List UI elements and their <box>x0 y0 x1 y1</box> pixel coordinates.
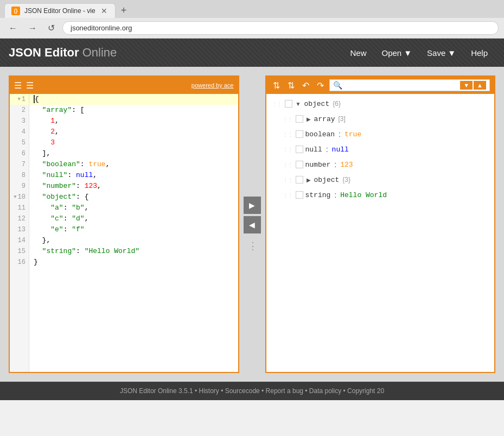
tree-key: null <box>305 146 322 154</box>
tree-checkbox[interactable] <box>296 130 303 138</box>
tree-value: true <box>344 130 361 138</box>
app-title: JSON Editor Online <box>9 46 343 60</box>
line-num-7: 7 <box>10 159 29 170</box>
tree-row-null[interactable]: ⋮⋮ null : null <box>277 142 495 157</box>
tree-row-object[interactable]: ⋮⋮ ▼ object {6} <box>266 96 495 111</box>
tree-toolbar: ⇅ ⇅ ↶ ↷ 🔍 ▼ ▲ <box>266 77 495 94</box>
search-box: 🔍 ▼ ▲ <box>329 79 490 91</box>
help-button[interactable]: Help <box>463 45 495 61</box>
tree-key: array <box>314 115 335 123</box>
code-line-7: "boolean": true, <box>29 159 238 170</box>
tree-colon: : <box>334 191 336 199</box>
drag-handle[interactable]: ⋮⋮ <box>282 147 294 153</box>
divider-dots: ⋮ <box>248 240 257 252</box>
tree-checkbox[interactable] <box>296 115 303 123</box>
center-divider: ▶ ◀ ⋮ <box>241 75 263 373</box>
code-line-14: }, <box>29 235 238 246</box>
line-num-11: 11 <box>10 203 29 213</box>
undo-button[interactable]: ↶ <box>300 79 311 92</box>
tree-value: Hello World <box>340 191 387 199</box>
sort-desc-button[interactable]: ⇅ <box>285 79 297 92</box>
forward-button[interactable]: → <box>25 22 40 34</box>
right-panel: ⇅ ⇅ ↶ ↷ 🔍 ▼ ▲ ⋮⋮ ▼ object {6} <box>265 75 496 373</box>
tree-row-object-child[interactable]: ⋮⋮ ▶ object {3} <box>277 172 495 187</box>
expand-icon[interactable]: ▼ <box>295 101 302 107</box>
code-line-8: "null": null, <box>29 170 238 181</box>
code-content[interactable]: { "array": [ 1, 2, 3 ], "boolean": true,… <box>29 94 238 372</box>
address-bar-row: ← → ↺ <box>0 18 504 38</box>
collapse-arrow-1[interactable]: ▼ <box>17 94 20 105</box>
main-content: ☰ ☰ powered by ace ▼ 1 2 3 4 5 6 7 8 9 ▼ <box>0 67 504 382</box>
tab-bar: {} JSON Editor Online - vie ✕ + <box>0 0 504 18</box>
drag-handle[interactable]: ⋮⋮ <box>282 192 294 198</box>
code-line-1: { <box>29 94 238 105</box>
address-input[interactable] <box>62 21 499 35</box>
code-line-3: 1, <box>29 116 238 127</box>
app-header: JSON Editor Online New Open ▼ Save ▼ Hel… <box>0 39 504 67</box>
line-num-5: 5 <box>10 137 29 148</box>
tab-favicon: {} <box>11 7 20 15</box>
tree-row-array[interactable]: ⋮⋮ ▶ array [3] <box>277 111 495 127</box>
line-num-13: 13 <box>10 224 29 235</box>
new-tab-button[interactable]: + <box>118 4 130 17</box>
tree-value: null <box>332 146 349 154</box>
line-num-12: 12 <box>10 213 29 224</box>
expand-right-button[interactable]: ▶ <box>244 197 261 214</box>
save-button[interactable]: Save ▼ <box>419 45 463 61</box>
tree-row-number[interactable]: ⋮⋮ number : 123 <box>277 157 495 172</box>
open-button[interactable]: Open ▼ <box>374 45 420 61</box>
tree-checkbox[interactable] <box>296 146 303 153</box>
powered-by-link[interactable]: powered by ace <box>192 82 234 89</box>
line-num-8: 8 <box>10 170 29 181</box>
search-icon: 🔍 <box>333 81 342 90</box>
tree-colon: : <box>334 160 336 169</box>
browser-tab[interactable]: {} JSON Editor Online - vie ✕ <box>4 3 116 18</box>
tree-row-boolean[interactable]: ⋮⋮ boolean : true <box>277 127 495 142</box>
drag-handle[interactable]: ⋮⋮ <box>271 101 283 107</box>
tab-title: JSON Editor Online - vie <box>24 7 95 15</box>
tree-row-string[interactable]: ⋮⋮ string : Hello World <box>277 187 495 203</box>
code-line-10: "object": { <box>29 192 238 203</box>
code-line-2: "array": [ <box>29 105 238 116</box>
code-line-6: ], <box>29 148 238 159</box>
search-prev-button[interactable]: ▼ <box>460 81 473 90</box>
tree-checkbox[interactable] <box>296 176 303 184</box>
code-line-4: 2, <box>29 127 238 137</box>
tree-type: {6} <box>333 100 341 108</box>
app-footer: JSON Editor Online 3.5.1 • History • Sou… <box>0 382 504 400</box>
tree-key: number <box>305 161 331 169</box>
search-input[interactable] <box>344 81 458 90</box>
tree-content: ⋮⋮ ▼ object {6} ⋮⋮ ▶ array [3] ⋮⋮ boolea… <box>266 94 495 372</box>
drag-handle[interactable]: ⋮⋮ <box>282 131 294 137</box>
code-line-15: "string": "Hello World" <box>29 246 238 257</box>
code-line-12: "c": "d", <box>29 213 238 224</box>
tree-key: string <box>305 191 331 199</box>
back-button[interactable]: ← <box>5 22 21 34</box>
expand-icon[interactable]: ▶ <box>305 116 312 122</box>
expand-icon[interactable]: ▶ <box>305 177 312 183</box>
drag-handle[interactable]: ⋮⋮ <box>282 116 294 122</box>
drag-handle[interactable]: ⋮⋮ <box>282 162 294 168</box>
code-line-16: } <box>29 257 238 268</box>
sort-icon[interactable]: ☰ <box>26 80 34 91</box>
tree-checkbox[interactable] <box>285 100 292 108</box>
code-line-11: "a": "b", <box>29 203 238 213</box>
line-num-10: ▼ 10 <box>10 192 29 203</box>
refresh-button[interactable]: ↺ <box>44 22 58 34</box>
new-button[interactable]: New <box>343 45 374 61</box>
tree-checkbox[interactable] <box>296 161 303 168</box>
search-next-button[interactable]: ▲ <box>474 81 486 90</box>
code-editor[interactable]: ▼ 1 2 3 4 5 6 7 8 9 ▼ 10 11 12 13 14 15 <box>10 94 238 372</box>
format-icon[interactable]: ☰ <box>14 80 22 91</box>
sort-asc-button[interactable]: ⇅ <box>271 79 282 92</box>
tree-checkbox[interactable] <box>296 191 303 199</box>
tab-close-button[interactable]: ✕ <box>100 7 109 15</box>
drag-handle[interactable]: ⋮⋮ <box>282 177 294 183</box>
editor-toolbar-icons: ☰ ☰ <box>14 80 192 91</box>
expand-left-button[interactable]: ◀ <box>244 216 261 233</box>
collapse-arrow-10[interactable]: ▼ <box>14 192 16 203</box>
redo-button[interactable]: ↷ <box>315 79 326 92</box>
app-title-json: JSON Editor <box>9 46 79 59</box>
line-num-4: 4 <box>10 127 29 137</box>
line-num-1: ▼ 1 <box>10 94 29 105</box>
